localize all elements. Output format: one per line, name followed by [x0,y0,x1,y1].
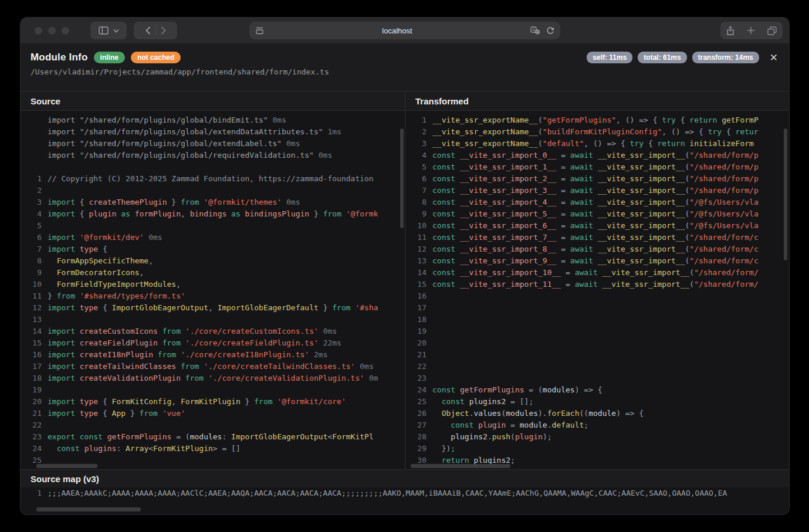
code-line: 12import type { ImportGlobEagerOutput, I… [21,302,405,314]
source-code-area[interactable]: import "/shared/form/plugins/global/bind… [21,111,405,469]
transformed-code-area[interactable]: 1__vite_ssr_exportName__("getFormPlugins… [405,111,788,469]
transformed-code: 1__vite_ssr_exportName__("getFormPlugins… [405,114,788,466]
code-line: 1__vite_ssr_exportName__("getFormPlugins… [405,114,788,126]
sourcemap-title: Source map (v3) [21,470,789,487]
code-line: 14import createCustomIcons from './core/… [21,326,405,337]
window-controls [35,27,69,35]
reload-icon[interactable] [546,26,554,35]
code-line: 24 const plugins: Array<FormKitPlugin> =… [21,443,405,455]
source-vertical-scrollbar[interactable] [400,128,404,228]
code-line: 4const __vite_ssr_import_0__ = await __v… [405,150,788,161]
transformed-vertical-scrollbar[interactable] [784,128,787,260]
code-line: 6const __vite_ssr_import_2__ = await __v… [405,173,788,185]
svg-text:文: 文 [536,30,539,34]
tabs-overview-icon[interactable] [767,26,777,35]
forward-icon[interactable] [161,26,166,35]
code-line: 17 [405,302,788,314]
code-line: 11} from '#shared/types/form.ts' [21,290,405,302]
sourcemap-code-area[interactable]: 1;;;AAEA;AAAkC;AAAA;AAAA;AAAA;AAClC;AAEA… [21,487,789,514]
svg-text:A: A [532,28,535,32]
timing-badge-transform: transform: 14ms [692,52,759,63]
browser-chrome: localhost A 文 [21,18,789,43]
code-line: 4import { plugin as formPlugin, bindings… [21,208,405,220]
code-line: 21 [405,349,788,361]
timing-badge-self: self: 11ms [587,52,632,63]
traffic-light-minimize[interactable] [48,27,56,35]
code-line: 19 [405,326,788,337]
code-line: 11const __vite_ssr_import_7__ = await __… [405,232,788,243]
code-panels: Source import "/shared/form/plugins/glob… [21,91,789,469]
code-line: 1;;;AAEA;AAAkC;AAAA;AAAA;AAAA;AAClC;AAEA… [21,487,789,499]
code-line: 23 [405,372,788,384]
code-line: 2__vite_ssr_exportName__("buildFormKitPl… [405,126,788,138]
code-line: 17import createTailwindClasses from './c… [21,361,405,372]
code-line: 22 [21,419,405,431]
translate-icon[interactable]: A 文 [530,26,540,35]
code-line: 7import type { [21,243,405,255]
code-line: 19 [21,384,405,396]
code-line: 2 [21,185,405,196]
code-line: 6import '@formkit/dev' 0ms [21,232,405,243]
code-line: 9const __vite_ssr_import_5__ = await __v… [405,208,788,220]
transformed-horizontal-scrollbar[interactable] [411,464,510,468]
url-text: localhost [264,26,530,35]
module-info-header: Module Info inline not cached self: 11ms… [21,43,789,91]
sourcemap-code: 1;;;AAEA;AAAkC;AAAA;AAAA;AAAA;AAClC;AAEA… [21,487,789,499]
url-bar[interactable]: localhost A 文 [249,22,560,39]
code-line: 7const __vite_ssr_import_3__ = await __v… [405,185,788,196]
transformed-panel: Transformed 1__vite_ssr_exportName__("ge… [405,92,788,469]
badge-not-cached: not cached [131,52,181,63]
screen: localhost A 文 [0,0,809,532]
code-line: 3__vite_ssr_exportName__("default", () =… [405,138,788,150]
url-bar-actions: A 文 [530,26,554,35]
code-line: 25 const plugins2 = []; [405,396,788,408]
code-line: 18 [405,314,788,326]
code-line: 5const __vite_ssr_import_1__ = await __v… [405,161,788,173]
share-icon[interactable] [726,26,734,36]
code-line: 12const __vite_ssr_import_8__ = await __… [405,243,788,255]
code-line: 29 }); [405,443,788,455]
source-panel-title: Source [21,92,405,111]
traffic-light-zoom[interactable] [62,27,69,35]
code-line: 15import createFieldPlugin from './core/… [21,337,405,349]
code-line: 13const __vite_ssr_import_9__ = await __… [405,255,788,267]
code-line: 21import type { App } from 'vue' [21,408,405,419]
code-line: 23export const getFormPlugins = (modules… [21,431,405,443]
timing-badge-total: total: 61ms [638,52,686,63]
code-line: 24const getFormPlugins = (modules) => { [405,384,788,396]
chevron-down-icon [113,29,119,33]
traffic-light-close[interactable] [35,27,42,35]
browser-window: localhost A 文 [21,18,789,514]
code-line: 26 Object.values(modules).forEach((modul… [405,408,788,419]
code-line: 16import createI18nPlugin from './core/c… [21,349,405,361]
sidebar-toggle-button[interactable] [90,22,127,39]
code-line: 27 const plugin = module.default; [405,419,788,431]
back-icon[interactable] [145,26,151,35]
code-line: import "/shared/form/plugins/global/bind… [21,114,405,126]
toolbar-buttons [720,22,783,39]
nav-divider [155,26,156,35]
code-line: 10const __vite_ssr_import_6__ = await __… [405,220,788,232]
new-tab-icon[interactable] [747,26,755,35]
code-line: 9 FormDecoratorIcons, [21,267,405,279]
code-line: 10 FormFieldTypeImportModules, [21,279,405,290]
code-line: 20import type { FormKitConfig, FormKitPl… [21,396,405,408]
code-line: 22 [405,361,788,372]
transformed-panel-title: Transformed [405,92,788,111]
page-title: Module Info [31,52,88,63]
code-line: 8const __vite_ssr_import_4__ = await __v… [405,196,788,208]
code-line: 13 [21,314,405,326]
code-line: 8 FormAppSpecificTheme, [21,255,405,267]
code-line: 14const __vite_ssr_import_10__ = await _… [405,267,788,279]
code-line: 1// Copyright (C) 2012-2025 Zammad Found… [21,173,405,185]
code-line [21,161,405,173]
source-horizontal-scrollbar[interactable] [36,464,97,468]
close-icon[interactable]: ✕ [769,53,779,63]
nav-buttons [134,22,177,39]
code-line: 16 [405,290,788,302]
code-line: import "/shared/form/plugins/global/requ… [21,150,405,161]
source-panel: Source import "/shared/form/plugins/glob… [21,92,405,469]
reader-icon[interactable] [255,27,264,35]
sourcemap-horizontal-scrollbar[interactable] [36,507,141,511]
code-line: 3import { createThemePlugin } from '@for… [21,196,405,208]
